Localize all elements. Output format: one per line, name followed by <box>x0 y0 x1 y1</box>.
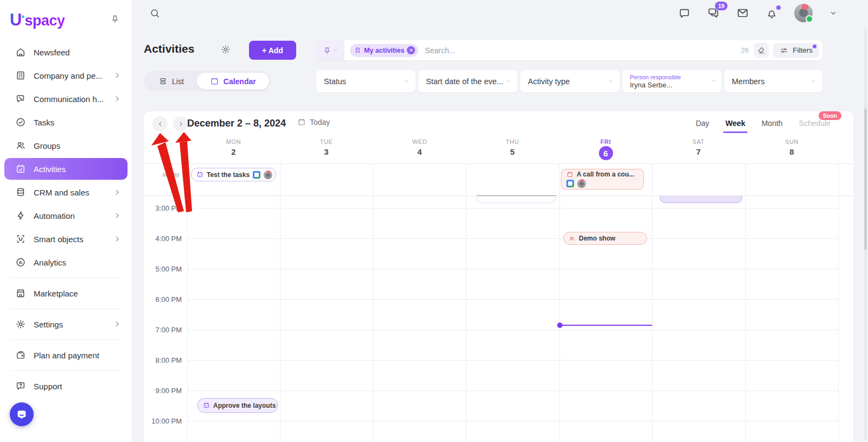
tab-day[interactable]: Day <box>695 119 709 128</box>
sidebar-item-settings[interactable]: Settings <box>4 313 127 335</box>
search-input[interactable] <box>424 46 741 55</box>
scrollbar-thumb[interactable] <box>864 109 867 250</box>
chat-icon[interactable] <box>678 7 691 20</box>
day-header-wed[interactable]: WED4 <box>373 138 466 156</box>
logo-u: U <box>10 10 22 29</box>
sidebar-item-label: CRM and sales <box>34 188 106 197</box>
sidebar-item-plan-payment[interactable]: Plan and payment <box>4 344 127 366</box>
uspacy-logo[interactable]: U·spacy <box>10 8 65 30</box>
filter-members[interactable]: Members <box>724 70 822 92</box>
sidebar-item-activities[interactable]: Activities <box>4 158 127 180</box>
sidebar-item-tasks[interactable]: Tasks <box>4 111 127 133</box>
tab-week[interactable]: Week <box>725 119 745 128</box>
check-circle-icon <box>15 117 26 128</box>
chevron-right-icon <box>113 188 121 196</box>
filter-start-date[interactable]: Start date of the eve... <box>418 70 518 92</box>
saved-filters-pin-button[interactable] <box>316 40 344 60</box>
store-icon <box>15 288 26 299</box>
chevron-right-icon <box>113 95 121 103</box>
prev-week-button[interactable] <box>152 116 168 131</box>
event-title: Approve the layouts <box>213 402 276 409</box>
day-name: THU <box>466 138 559 145</box>
sidebar-item-smart-objects[interactable]: Smart objects <box>4 228 127 250</box>
view-toggle-calendar[interactable]: Calendar <box>197 73 269 90</box>
tab-month[interactable]: Month <box>762 119 783 128</box>
notifications-bell-icon[interactable] <box>765 7 778 20</box>
filter-label: Activity type <box>528 77 607 86</box>
avatar[interactable] <box>794 4 813 22</box>
next-week-button[interactable] <box>173 116 188 131</box>
notification-dot <box>776 5 781 10</box>
column-line <box>559 163 560 442</box>
day-header-thu[interactable]: THU5 <box>466 138 559 156</box>
view-toggle: List Calendar <box>144 71 271 91</box>
day-name: FRI <box>559 138 652 145</box>
pin-sidebar-icon[interactable] <box>110 14 120 24</box>
view-toggle-list[interactable]: List <box>145 73 197 90</box>
sidebar-item-crm[interactable]: CRM and sales <box>4 181 127 203</box>
filter-status[interactable]: Status <box>316 70 416 92</box>
calendar-panel: December 2 – 8, 2024 Today Day Week Mont… <box>144 111 853 442</box>
event-stub-sat[interactable] <box>660 195 742 203</box>
sidebar-item-marketplace[interactable]: Marketplace <box>4 282 127 304</box>
search-icon[interactable] <box>149 8 161 19</box>
wallet-icon <box>15 350 26 361</box>
day-header-sat[interactable]: SAT7 <box>652 138 745 156</box>
hour-line <box>187 299 838 300</box>
event-title: A call from a cou... <box>577 171 634 178</box>
chevron-down-icon <box>607 78 614 85</box>
time-label: 10:00 PM <box>144 417 182 425</box>
tab-schedule[interactable]: ScheduleSoon <box>799 119 831 128</box>
sidebar-item-label: Activities <box>34 165 121 174</box>
chip-remove-icon[interactable]: ✕ <box>407 46 415 54</box>
day-header-tue[interactable]: TUE3 <box>280 138 373 156</box>
column-line <box>838 163 839 442</box>
profile-menu-chevron-icon[interactable] <box>829 9 838 17</box>
messenger-icon[interactable]: 19 <box>707 7 720 20</box>
today-button[interactable]: Today <box>297 118 330 127</box>
online-status-dot <box>806 15 813 23</box>
calendar-view-tabs: Day Week Month ScheduleSoon <box>695 119 831 128</box>
time-label: 8:00 PM <box>144 356 182 364</box>
day-header-sun[interactable]: SUN8 <box>745 138 838 156</box>
sidebar-item-automation[interactable]: Automation <box>4 205 127 226</box>
time-label: 6:00 PM <box>144 295 182 304</box>
mail-icon[interactable] <box>736 7 749 20</box>
page-title: Activities <box>144 42 194 55</box>
hour-line <box>187 330 838 330</box>
sidebar-item-company[interactable]: Company and pe... <box>4 65 127 86</box>
activities-settings-gear-icon[interactable] <box>220 44 231 55</box>
hour-line <box>187 360 838 361</box>
column-line <box>280 163 280 442</box>
today-label: Today <box>310 118 330 127</box>
event-stub-thu[interactable] <box>476 195 556 203</box>
sidebar-item-analytics[interactable]: Analytics <box>4 251 127 273</box>
chat-phone-icon <box>15 93 26 104</box>
clear-search-eraser-icon[interactable] <box>754 43 769 58</box>
sidebar-item-groups[interactable]: Groups <box>4 135 127 156</box>
day-date: 3 <box>280 147 373 156</box>
column-line <box>373 163 374 442</box>
event-demo-show[interactable]: Demo show <box>563 232 647 245</box>
hour-line <box>187 208 838 209</box>
logo-text: spacy <box>24 12 65 29</box>
event-title: Test the tasks <box>207 171 250 179</box>
support-chat-launcher[interactable] <box>10 402 34 426</box>
event-test-the-tasks[interactable]: Test the tasks <box>191 168 276 181</box>
event-approve-the-layouts[interactable]: Approve the layouts <box>197 398 278 413</box>
time-label: 4:00 PM <box>144 235 182 243</box>
event-a-call-from-a-cou[interactable]: A call from a cou... <box>561 169 644 190</box>
add-button[interactable]: + Add <box>249 41 296 60</box>
sidebar-item-support[interactable]: Support <box>4 375 127 397</box>
sidebar-item-communication[interactable]: Communication h... <box>4 88 127 110</box>
day-header-fri-today[interactable]: FRI6 <box>559 138 652 160</box>
filters-button[interactable]: Filters <box>773 43 819 58</box>
day-header-mon[interactable]: MON2 <box>187 138 280 156</box>
filter-activity-type[interactable]: Activity type <box>520 70 620 92</box>
filter-person-responsible[interactable]: Person responsible Iryna Serbe... <box>622 70 722 92</box>
sidebar-item-label: Groups <box>34 141 121 150</box>
sidebar-item-newsfeed[interactable]: Newsfeed <box>4 41 127 63</box>
chevron-right-icon <box>113 212 121 219</box>
chevron-down-icon <box>505 78 512 85</box>
my-activities-filter-chip[interactable]: My activities ✕ <box>350 44 418 57</box>
